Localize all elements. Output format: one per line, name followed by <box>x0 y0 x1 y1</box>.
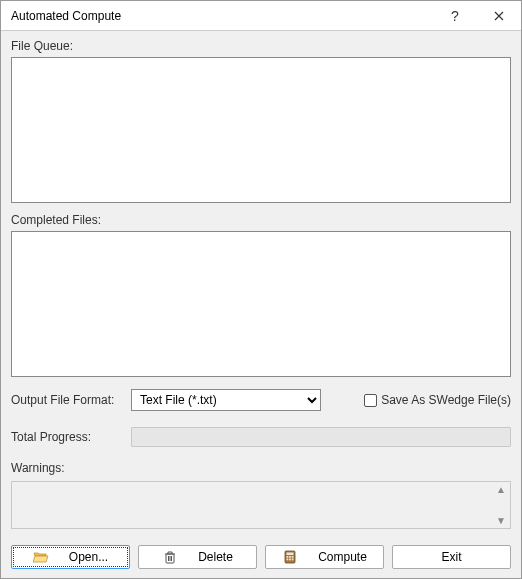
output-format-label: Output File Format: <box>11 393 121 407</box>
save-as-swedge-checkbox[interactable]: Save As SWedge File(s) <box>364 393 511 407</box>
dialog-content: File Queue: Completed Files: Output File… <box>1 31 521 537</box>
save-as-swedge-label: Save As SWedge File(s) <box>381 393 511 407</box>
warnings-label: Warnings: <box>11 461 511 475</box>
svg-rect-6 <box>287 559 289 561</box>
window-title: Automated Compute <box>11 9 433 23</box>
svg-rect-8 <box>292 559 294 561</box>
help-icon: ? <box>451 8 459 24</box>
total-progress-bar <box>131 427 511 447</box>
exit-button-label: Exit <box>441 550 461 564</box>
file-queue-label: File Queue: <box>11 39 511 53</box>
svg-rect-2 <box>287 553 294 556</box>
compute-button-label: Compute <box>318 550 367 564</box>
open-button-label: Open... <box>69 550 108 564</box>
calculator-icon <box>282 549 298 565</box>
checkbox-box <box>364 394 377 407</box>
delete-button-label: Delete <box>198 550 233 564</box>
close-icon <box>494 8 504 24</box>
compute-button[interactable]: Compute <box>265 545 384 569</box>
trash-icon <box>162 549 178 565</box>
output-format-dropdown[interactable]: Text File (*.txt) <box>131 389 321 411</box>
completed-files-label: Completed Files: <box>11 213 511 227</box>
file-queue-list[interactable] <box>11 57 511 203</box>
open-button[interactable]: Open... <box>11 545 130 569</box>
warnings-box[interactable]: ▲ ▼ <box>11 481 511 529</box>
scroll-down-icon[interactable]: ▼ <box>496 515 506 526</box>
progress-row: Total Progress: <box>11 427 511 447</box>
svg-rect-3 <box>287 556 289 558</box>
total-progress-label: Total Progress: <box>11 430 121 444</box>
svg-rect-7 <box>289 559 291 561</box>
button-row: Open... Delete Compute Exit <box>1 537 521 579</box>
close-button[interactable] <box>477 1 521 31</box>
delete-button[interactable]: Delete <box>138 545 257 569</box>
exit-button[interactable]: Exit <box>392 545 511 569</box>
help-button[interactable]: ? <box>433 1 477 31</box>
output-format-row: Output File Format: Text File (*.txt) Sa… <box>11 389 511 411</box>
svg-rect-5 <box>292 556 294 558</box>
svg-rect-4 <box>289 556 291 558</box>
scroll-up-icon[interactable]: ▲ <box>496 484 506 495</box>
automated-compute-dialog: Automated Compute ? File Queue: Complete… <box>0 0 522 579</box>
titlebar: Automated Compute ? <box>1 1 521 31</box>
folder-open-icon <box>33 549 49 565</box>
completed-files-list[interactable] <box>11 231 511 377</box>
